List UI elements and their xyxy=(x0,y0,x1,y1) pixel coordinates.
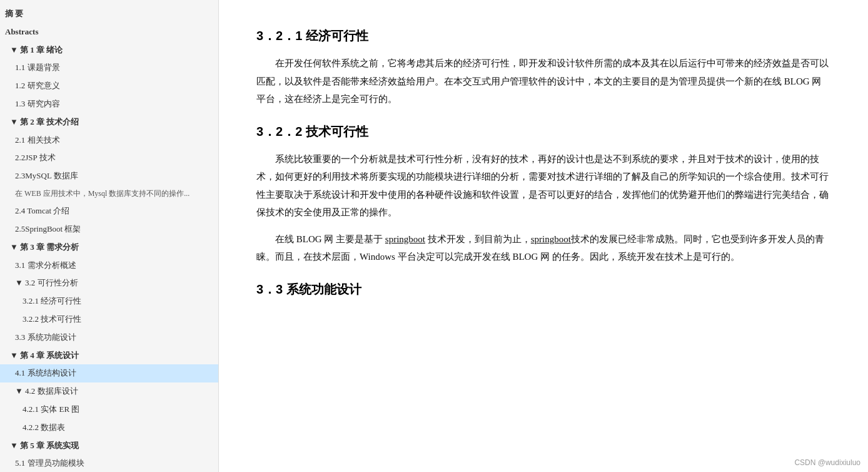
sidebar-item-ch3-1[interactable]: 3.1 需求分析概述 xyxy=(0,257,218,275)
sidebar-item-ch3-2[interactable]: ▼ 3.2 可行性分析 xyxy=(0,274,218,292)
section-title-sec321: 3．2．1 经济可行性 xyxy=(256,28,830,44)
sidebar-item-ch2-3-sub[interactable]: 在 WEB 应用技术中，Mysql 数据库支持不同的操作... xyxy=(0,185,218,202)
sidebar-item-ch3-3[interactable]: 3.3 系统功能设计 xyxy=(0,329,218,347)
sidebar-item-ch2-4[interactable]: 2.4 Tomcat 介绍 xyxy=(0,202,218,220)
normal-text: 在线 BLOG 网 主要是基于 xyxy=(275,234,385,244)
sidebar-item-ch1[interactable]: ▼ 第 1 章 绪论 xyxy=(0,41,218,59)
main-content: 3．2．1 经济可行性在开发任何软件系统之前，它将考虑其后来的经济可行性，即开发… xyxy=(219,0,868,472)
sidebar-item-ch5[interactable]: ▼ 第 5 章 系统实现 xyxy=(0,437,218,455)
sidebar-item-abstract-cn[interactable]: 摘 要 xyxy=(0,5,218,23)
sidebar-item-ch1-3[interactable]: 1.3 研究内容 xyxy=(0,95,218,113)
sidebar-item-ch2-2[interactable]: 2.2JSP 技术 xyxy=(0,149,218,167)
sidebar-item-ch4-1[interactable]: 4.1 系统结构设计 xyxy=(0,364,218,382)
sidebar-item-ch1-2[interactable]: 1.2 研究意义 xyxy=(0,77,218,95)
sidebar-item-ch4[interactable]: ▼ 第 4 章 系统设计 xyxy=(0,347,218,365)
watermark: CSDN @wudixiuluo xyxy=(794,458,860,467)
sidebar-item-ch4-2-1[interactable]: 4.2.1 实体 ER 图 xyxy=(0,401,218,419)
paragraph-para3: 在线 BLOG 网 主要是基于 springboot 技术开发，到目前为止，sp… xyxy=(256,230,830,266)
sidebar-item-ch2-5[interactable]: 2.5SpringBoot 框架 xyxy=(0,220,218,239)
section-title-sec33: 3．3 系统功能设计 xyxy=(256,281,830,298)
underline-text: springboot xyxy=(531,234,571,244)
sidebar-item-ch4-2[interactable]: ▼ 4.2 数据库设计 xyxy=(0,382,218,401)
sidebar-item-ch5-1[interactable]: 5.1 管理员功能模块 xyxy=(0,454,218,472)
sidebar-item-ch2-1[interactable]: 2.1 相关技术 xyxy=(0,131,218,150)
sidebar-item-ch3[interactable]: ▼ 第 3 章 需求分析 xyxy=(0,239,218,257)
sidebar-item-ch1-1[interactable]: 1.1 课题背景 xyxy=(0,59,218,77)
sidebar-item-ch3-2-2[interactable]: 3.2.2 技术可行性 xyxy=(0,310,218,329)
sidebar-item-ch2[interactable]: ▼ 第 2 章 技术介绍 xyxy=(0,113,218,131)
normal-text: 技术开发，到目前为止， xyxy=(425,234,531,244)
paragraph-para1: 在开发任何软件系统之前，它将考虑其后来的经济可行性，即开发和设计软件所需的成本及… xyxy=(256,54,830,108)
section-title-sec322: 3．2．2 技术可行性 xyxy=(256,123,830,140)
sidebar-item-ch4-2-2[interactable]: 4.2.2 数据表 xyxy=(0,419,218,437)
underline-text: springboot xyxy=(385,234,425,244)
sidebar-item-ch2-3[interactable]: 2.3MySQL 数据库 xyxy=(0,167,218,185)
sidebar-item-ch3-2-1[interactable]: 3.2.1 经济可行性 xyxy=(0,292,218,310)
sidebar-item-abstract-en[interactable]: Abstracts xyxy=(0,23,218,41)
sidebar: 摘 要Abstracts▼ 第 1 章 绪论1.1 课题背景1.2 研究意义1.… xyxy=(0,0,219,472)
paragraph-para2: 系统比较重要的一个分析就是技术可行性分析，没有好的技术，再好的设计也是达不到系统… xyxy=(256,150,830,222)
